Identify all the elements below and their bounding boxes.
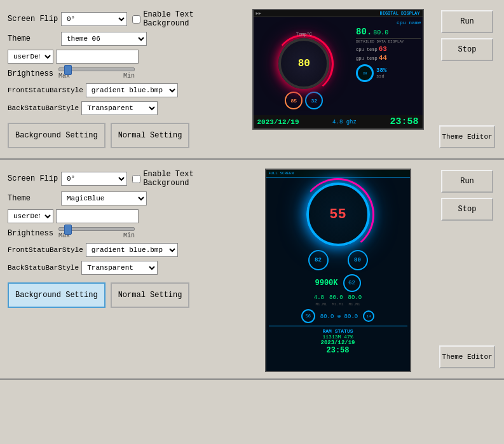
background-setting-btn-1[interactable]: Background Setting (8, 123, 106, 148)
brightness-row-2: Brightness Max Min (8, 227, 238, 239)
s2-sub1: Mi.Mi (315, 302, 327, 307)
theme-label-2: Theme (8, 194, 58, 203)
front-status-select-1[interactable]: gradient blue.bmpTransparentNone (86, 83, 178, 97)
theme-select-1[interactable]: theme 06MagicBlueDefault (61, 32, 147, 46)
back-status-label-2: BackStatuBarStyle (8, 264, 79, 272)
s1-gauge-value: 80 (298, 58, 310, 69)
brightness-row-1: Brightness Max Min (8, 67, 238, 80)
screen-flip-row-1: Screen Flip 0°90°180°270° Enable Text Ba… (8, 10, 238, 28)
front-status-label-2: FrontStatuBarStyle (8, 246, 83, 254)
panel1-controls: Screen Flip 0°90°180°270° Enable Text Ba… (5, 6, 240, 152)
back-status-label-1: BackStatuBarStyle (8, 104, 79, 112)
s2-bottom-row: 56 80.0 ⊕ 80.0 14 (301, 309, 374, 323)
enable-text-bg-checkbox-1[interactable] (132, 15, 140, 24)
theme-select-2[interactable]: MagicBluetheme 06Default (61, 191, 147, 205)
s2-val2: 80.0 (329, 295, 343, 301)
normal-setting-btn-1[interactable]: Normal Setting (111, 123, 190, 148)
s1-gpu-temp-label: gpu temp (356, 56, 378, 61)
stop-btn-2[interactable]: Stop (441, 198, 493, 221)
userdefine-select-1[interactable]: userDefine1userDefine2 (8, 50, 53, 64)
back-status-select-1[interactable]: TransparentNonegradient blue.bmp (81, 101, 158, 115)
brightness-thumb-2[interactable] (64, 225, 72, 235)
background-setting-btn-2[interactable]: Background Setting (8, 282, 106, 308)
screen-flip-row-2: Screen Flip 0°90°180°270° Enable Text Ba… (8, 170, 238, 188)
brightness-thumb-1[interactable] (64, 65, 72, 75)
s1-ssd-label: ssd (376, 74, 386, 79)
preview-screen-1: ▶▶ DIGITAL DISPLAY 80 Temp°C (252, 9, 424, 130)
front-status-select-2[interactable]: gradient blue.bmpTransparentNone (86, 243, 178, 257)
bottom-buttons-1: Background Setting Normal Setting (8, 120, 238, 148)
s1-footer: 2023/12/19 4.8 ghz 23:58 (254, 115, 423, 128)
screen-flip-select-1[interactable]: 0°90°180°270° (61, 12, 127, 26)
brightness-label-2: Brightness (8, 229, 58, 238)
screen-flip-label-2: Screen Flip (8, 174, 58, 183)
s2-side-gauges: 82 80 (308, 250, 368, 270)
run-btn-2[interactable]: Run (441, 170, 493, 193)
userdefine-row-1: userDefine1userDefine2 cpu temp (8, 50, 238, 64)
s2-ram-label: RAM STATUS (269, 328, 407, 334)
enable-text-bg-label-1: Enable Text Background (143, 10, 238, 28)
s1-cpu-name: cpu name (356, 20, 421, 25)
brightness-slider-1[interactable] (58, 67, 135, 71)
s1-digital-label: DIGITAL DISPLAY (379, 11, 419, 16)
panel2-controls: Screen Flip 0°90°180°270° Enable Text Ba… (5, 166, 240, 372)
stop-btn-1[interactable]: Stop (441, 38, 493, 61)
enable-text-bg-row-2: Enable Text Background (132, 170, 238, 188)
s2-gauge-80-val: 80 (354, 257, 361, 263)
s2-cpu-model: 9900K (315, 279, 337, 288)
s2-gauge-82: 82 (308, 250, 329, 270)
s1-body: 80 Temp°C 85 32 (254, 17, 423, 127)
s1-footer-ghz: 4.8 ghz (332, 119, 357, 125)
bottom-buttons-2: Background Setting Normal Setting (8, 280, 238, 308)
s1-ssd-inner: 38 (358, 66, 372, 80)
s2-val3: 80.0 (348, 295, 362, 301)
s2-bottom-gauge-val: 56 (306, 314, 311, 319)
back-status-row-2: BackStatuBarStyle TransparentNonegradien… (8, 261, 238, 275)
s1-left: 80 Temp°C 85 32 (254, 17, 355, 127)
s2-bottom-vals: 80.0 ⊕ 80.0 (320, 313, 358, 320)
s1-ssd-row: 38 38% ssd (356, 64, 421, 82)
run-btn-1[interactable]: Run (441, 10, 493, 33)
s2-footer-date: 2023/12/19 (269, 340, 407, 346)
s1-footer-time: 23:58 (390, 116, 418, 127)
preview-area-1: ▶▶ DIGITAL DISPLAY 80 Temp°C (240, 6, 435, 152)
theme-editor-btn-1[interactable]: Theme Editor (439, 125, 495, 148)
s2-data-row: 4.8 80.0 80.0 (314, 295, 362, 301)
preview-area-2: FULL SCREEN 55 82 (240, 166, 435, 372)
cpu-input-2[interactable]: 9900K (56, 209, 139, 223)
front-status-label-1: FrontStatuBarStyle (8, 87, 83, 94)
enable-text-bg-row-1: Enable Text Background (132, 10, 238, 28)
s2-small-gauge: 62 (343, 274, 361, 292)
theme-editor-btn-2[interactable]: Theme Editor (439, 345, 495, 368)
s2-sub3: Mi.Mi (349, 302, 360, 307)
brightness-slider-2[interactable] (58, 227, 135, 231)
s1-main-gauge-container: 80 Temp°C (278, 38, 329, 89)
enable-text-bg-checkbox-2[interactable] (132, 175, 140, 183)
s2-ring (301, 178, 374, 251)
screen-flip-label-1: Screen Flip (8, 15, 58, 24)
s1-ssd-pct: 38% (376, 67, 386, 74)
action-area-2: Run Stop Theme Editor (435, 166, 499, 372)
s1-gauge-32: 32 (305, 92, 323, 109)
s2-tiny-gauge: 14 (363, 310, 374, 322)
s1-val2: 80.0 (373, 29, 388, 36)
brightness-min-label-2: Min (123, 232, 135, 239)
s2-tiny-gauge-val: 14 (367, 314, 371, 319)
cpu-input-1[interactable]: cpu temp (56, 50, 139, 64)
s2-main-circle-wrap: 55 (306, 183, 370, 246)
brightness-min-label-1: Min (123, 73, 135, 80)
userdefine-select-2[interactable]: userDefine1userDefine2 (8, 209, 53, 223)
normal-setting-btn-2[interactable]: Normal Setting (111, 282, 190, 308)
screen-flip-select-2[interactable]: 0°90°180°270° (61, 172, 127, 186)
s2-ram-val: 11313M 47% (269, 334, 407, 340)
s2-sub2: Mi.Mi (332, 302, 343, 307)
s2-bottom-gauge: 56 (301, 309, 315, 323)
back-status-select-2[interactable]: TransparentNonegradient blue.bmp (81, 261, 158, 275)
theme-label-1: Theme (8, 34, 58, 43)
action-area-1: Run Stop Theme Editor (435, 6, 499, 152)
brightness-control-1: Max Min (58, 67, 135, 80)
userdefine-row-2: userDefine1userDefine2 9900K (8, 209, 238, 223)
enable-text-bg-label-2: Enable Text Background (143, 170, 238, 188)
s1-gauge-32-val: 32 (311, 98, 317, 104)
s1-footer-date: 2023/12/19 (257, 118, 299, 126)
